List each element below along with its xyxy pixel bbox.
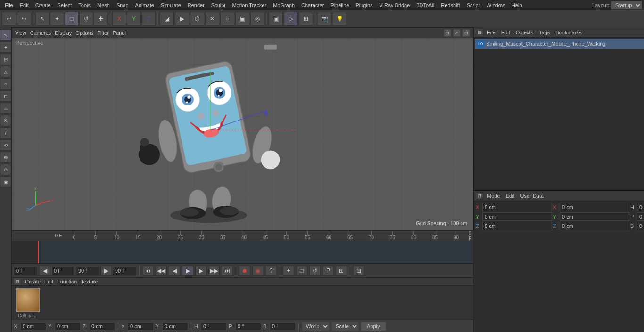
timeline-settings-btn[interactable]: ⊟ [353, 266, 364, 276]
left-vertex-btn[interactable]: ○ [0, 78, 11, 89]
material-thumb[interactable] [16, 288, 40, 312]
menu-simulate[interactable]: Simulate [158, 1, 184, 9]
go-start-btn[interactable]: ⏮ [142, 266, 154, 276]
y-coord-field[interactable] [55, 322, 81, 331]
grid-key-btn[interactable]: ⊞ [336, 266, 347, 276]
attr-y-size[interactable] [560, 212, 629, 221]
param-key-btn[interactable]: P [322, 266, 334, 276]
subdiv-button[interactable]: ▶ [175, 12, 189, 26]
menu-snap[interactable]: Snap [114, 1, 132, 9]
viewport-menu-display[interactable]: Display [55, 30, 72, 36]
bottom-menu-texture[interactable]: Texture [81, 279, 98, 284]
attr-menu-userdata[interactable]: User Data [519, 193, 546, 199]
current-frame-field[interactable] [14, 266, 37, 275]
light-button[interactable]: 💡 [332, 12, 347, 26]
menu-script[interactable]: Script [464, 1, 483, 9]
attr-x-pos[interactable] [482, 203, 552, 211]
obj-menu-edit[interactable]: Edit [499, 30, 512, 35]
auto-key-btn[interactable]: ◉ [252, 266, 264, 276]
apply-button[interactable]: Apply [361, 322, 386, 331]
x-axis-button[interactable]: X [112, 12, 126, 26]
menu-plugins[interactable]: Plugins [353, 1, 375, 9]
scale-key-btn[interactable]: □ [296, 266, 307, 276]
viewport-menu-cameras[interactable]: Cameras [30, 30, 51, 36]
attr-z-pos[interactable] [482, 222, 552, 230]
cube-button[interactable]: ◢ [160, 12, 174, 26]
undo-button[interactable]: ↩ [2, 12, 16, 26]
menu-animate[interactable]: Animate [132, 1, 157, 9]
menu-redshift[interactable]: Redshift [438, 1, 462, 9]
menu-mesh[interactable]: Mesh [94, 1, 113, 9]
obj-menu-file[interactable]: File [485, 30, 497, 35]
size-y-field[interactable] [162, 322, 188, 331]
go-end-btn[interactable]: ⏭ [222, 266, 233, 276]
vp-layout-btn[interactable]: ⊟ [462, 29, 470, 37]
bottom-menu-create[interactable]: Create [25, 279, 41, 284]
move-button[interactable]: ✦ [50, 12, 64, 26]
z-coord-field[interactable] [89, 322, 115, 331]
key-help-btn[interactable]: ? [265, 266, 277, 276]
grid-button[interactable]: ◎ [250, 12, 264, 26]
bottom-panel-icon[interactable]: ⊟ [14, 278, 21, 285]
menu-render[interactable]: Render [185, 1, 207, 9]
end-frame-field[interactable] [76, 266, 99, 275]
left-live-btn[interactable]: ✦ [0, 41, 11, 53]
transform-button[interactable]: ✚ [94, 12, 108, 26]
attr-menu-mode[interactable]: Mode [485, 193, 502, 199]
timeline-track[interactable] [12, 241, 473, 263]
left-add-btn[interactable]: ⊕ [0, 152, 11, 163]
left-mirror-btn[interactable]: ⊜ [0, 164, 11, 175]
prev-keyframe-btn[interactable]: ◀◀ [156, 266, 167, 276]
x-coord-field[interactable] [20, 322, 46, 331]
vp-maximize-btn[interactable]: ⤢ [453, 29, 461, 37]
move-key-btn[interactable]: ✦ [283, 266, 294, 276]
obj-menu-tags[interactable]: Tags [537, 30, 552, 35]
viewport-menu-panel[interactable]: Panel [113, 30, 126, 36]
left-snap-btn[interactable]: ◉ [0, 176, 11, 187]
deform-button[interactable]: ▣ [235, 12, 249, 26]
playhead[interactable] [38, 241, 39, 263]
left-model-btn[interactable]: ⊓ [0, 90, 11, 102]
menu-mograph[interactable]: MoGraph [270, 1, 297, 9]
attr-y-pos[interactable] [482, 212, 552, 221]
attr-h[interactable] [637, 203, 644, 211]
menu-sculpt[interactable]: Sculpt [208, 1, 229, 9]
material-item[interactable]: Cell_ph... [16, 288, 40, 318]
bottom-menu-edit[interactable]: Edit [44, 279, 53, 284]
render-view-button[interactable]: ▣ [269, 12, 283, 26]
p-field[interactable] [235, 322, 261, 331]
left-loop-btn[interactable]: ⟲ [0, 139, 11, 151]
b-field[interactable] [270, 322, 296, 331]
left-s-btn[interactable]: S [0, 115, 11, 126]
size-x-field[interactable] [128, 322, 154, 331]
attr-z-size[interactable] [560, 222, 629, 230]
rotate-key-btn[interactable]: ↺ [309, 266, 321, 276]
left-select-btn[interactable]: ↖ [0, 29, 11, 40]
menu-help[interactable]: Help [509, 1, 525, 9]
objects-panel-icon[interactable]: ⊟ [476, 29, 483, 36]
obj-menu-bookmarks[interactable]: Bookmarks [553, 30, 583, 35]
prev-frame-range-btn[interactable]: ◀ [39, 266, 50, 276]
attr-panel-icon[interactable]: ⊟ [476, 192, 483, 200]
next-frame-range-btn[interactable]: ▶ [100, 266, 112, 276]
layout-dropdown[interactable]: Startup [611, 1, 642, 9]
scale-dropdown[interactable]: Scale [331, 322, 359, 331]
attr-x-size[interactable] [560, 203, 629, 211]
viewport[interactable]: Perspective [12, 38, 473, 230]
render-button[interactable]: ▷ [284, 12, 298, 26]
left-edge-btn[interactable]: △ [0, 66, 11, 77]
menu-character[interactable]: Character [298, 1, 327, 9]
obj-menu-objects[interactable]: Objects [514, 30, 535, 35]
select-mode-button[interactable]: ↖ [35, 12, 50, 26]
polygon-button[interactable]: ⬡ [190, 12, 204, 26]
menu-edit[interactable]: Edit [17, 1, 32, 9]
viewport-menu-filter[interactable]: Filter [97, 30, 108, 36]
pen-button[interactable]: ✕ [205, 12, 219, 26]
menu-create[interactable]: Create [33, 1, 54, 9]
menu-tools[interactable]: Tools [75, 1, 93, 9]
render-to-po[interactable]: ⊞ [299, 12, 313, 26]
viewport-menu-view[interactable]: View [15, 30, 26, 36]
next-frame-btn[interactable]: ▶ [195, 266, 206, 276]
circle-button[interactable]: ○ [220, 12, 234, 26]
menu-motion-tracker[interactable]: Motion Tracker [229, 1, 269, 9]
